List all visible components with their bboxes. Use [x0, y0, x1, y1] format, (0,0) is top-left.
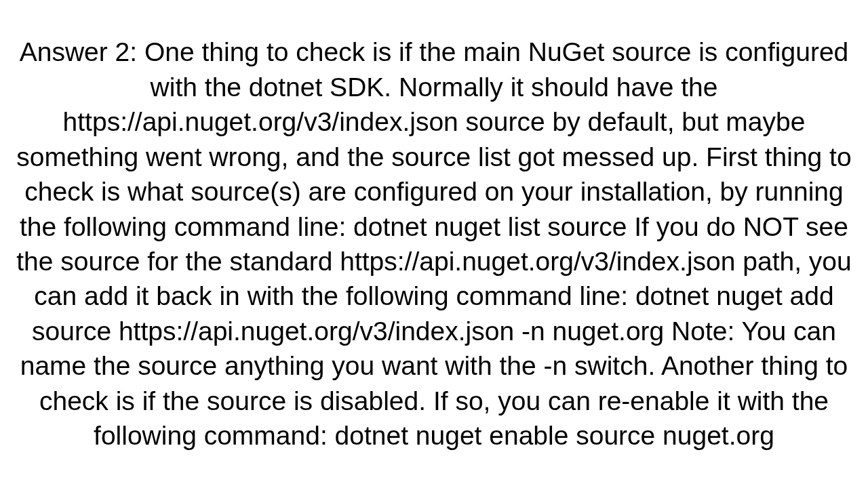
- document-body: Answer 2: One thing to check is if the m…: [0, 0, 868, 488]
- answer-text: Answer 2: One thing to check is if the m…: [12, 35, 856, 453]
